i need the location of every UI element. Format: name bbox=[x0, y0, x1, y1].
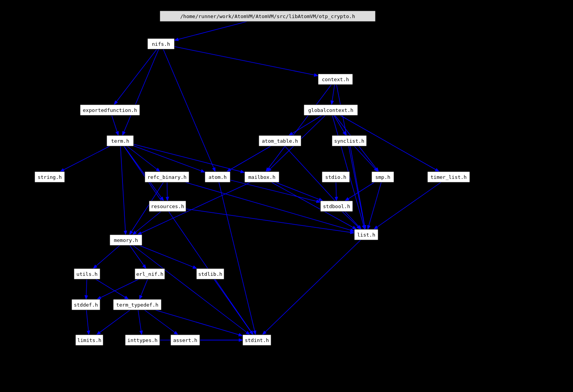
edge-line bbox=[368, 182, 381, 229]
node-assert[interactable]: assert.h bbox=[171, 335, 200, 345]
edge-line bbox=[354, 146, 378, 172]
node-label-atom: atom.h bbox=[209, 174, 227, 180]
node-memory[interactable]: memory.h bbox=[110, 235, 142, 245]
edge-line bbox=[97, 310, 130, 335]
node-stddef[interactable]: stddef.h bbox=[72, 299, 100, 310]
node-label-list: list.h bbox=[357, 232, 375, 238]
node-label-timer_list: timer_list.h bbox=[431, 174, 467, 180]
node-label-erl_nif: erl_nif.h bbox=[136, 271, 163, 277]
node-label-nifs: nifs.h bbox=[152, 41, 170, 47]
node-label-atom_table: atom_table.h bbox=[262, 138, 298, 144]
node-inttypes[interactable]: inttypes.h bbox=[125, 335, 160, 345]
node-nifs[interactable]: nifs.h bbox=[147, 38, 174, 49]
node-stdio[interactable]: stdio.h bbox=[322, 172, 350, 182]
node-label-stdbool: stdbool.h bbox=[323, 204, 350, 209]
edge-line bbox=[133, 245, 250, 335]
edge-line bbox=[227, 146, 271, 172]
node-label-context: context.h bbox=[322, 77, 349, 82]
edge-line bbox=[266, 85, 332, 172]
node-label-utils: utils.h bbox=[77, 271, 98, 277]
node-context[interactable]: context.h bbox=[318, 74, 353, 85]
node-refc_binary[interactable]: refc_binary.h bbox=[145, 172, 189, 182]
node-label-refc_binary: refc_binary.h bbox=[147, 174, 187, 180]
node-list[interactable]: list.h bbox=[354, 229, 378, 240]
node-label-inttypes: inttypes.h bbox=[127, 337, 157, 343]
node-label-limits: limits.h bbox=[77, 337, 102, 343]
node-label-mailbox: mailbox.h bbox=[248, 174, 275, 180]
nodes-group: /home/runner/work/AtomVM/AtomVM/src/libA… bbox=[35, 11, 470, 345]
edge-line bbox=[289, 115, 322, 135]
edge-line bbox=[263, 240, 361, 335]
node-erl_nif[interactable]: erl_nif.h bbox=[135, 269, 165, 279]
edge-line bbox=[374, 182, 441, 229]
edge-line bbox=[230, 180, 320, 202]
edge-line bbox=[60, 146, 109, 172]
node-root[interactable]: /home/runner/work/AtomVM/AtomVM/src/libA… bbox=[160, 11, 375, 22]
edge-line bbox=[93, 245, 120, 269]
node-stdint[interactable]: stdint.h bbox=[243, 335, 271, 345]
edge-line bbox=[214, 279, 253, 335]
edge-line bbox=[334, 115, 346, 135]
node-stdlib[interactable]: stdlib.h bbox=[196, 269, 224, 279]
node-label-memory: memory.h bbox=[114, 237, 138, 243]
node-label-globalcontext: globalcontext.h bbox=[308, 107, 353, 113]
node-label-root: /home/runner/work/AtomVM/AtomVM/src/libA… bbox=[180, 13, 355, 19]
node-resources[interactable]: resources.h bbox=[149, 201, 186, 212]
edge-line bbox=[138, 310, 142, 335]
node-label-string: string.h bbox=[38, 174, 62, 180]
edge-line bbox=[174, 22, 247, 40]
edge-line bbox=[134, 144, 245, 173]
node-string[interactable]: string.h bbox=[35, 172, 65, 182]
node-label-term: term.h bbox=[111, 138, 129, 144]
edge-line bbox=[332, 85, 335, 105]
edge-line bbox=[336, 182, 336, 201]
edge-line bbox=[139, 279, 147, 299]
edge-line bbox=[163, 49, 215, 172]
edge-line bbox=[186, 209, 354, 233]
graph-container: /home/runner/work/AtomVM/AtomVM/src/libA… bbox=[0, 0, 573, 392]
node-label-term_typedef: term_typedef.h bbox=[116, 302, 159, 308]
edge-line bbox=[167, 182, 168, 201]
node-timer_list[interactable]: timer_list.h bbox=[427, 172, 470, 182]
node-limits[interactable]: limits.h bbox=[75, 335, 103, 345]
edge-line bbox=[156, 310, 243, 336]
node-utils[interactable]: utils.h bbox=[74, 269, 100, 279]
node-label-stdint: stdint.h bbox=[245, 337, 269, 343]
edge-line bbox=[174, 47, 318, 76]
node-atom_table[interactable]: atom_table.h bbox=[259, 135, 301, 146]
node-label-stddef: stddef.h bbox=[74, 302, 98, 308]
node-label-stdio: stdio.h bbox=[325, 174, 347, 180]
edge-line bbox=[112, 115, 118, 135]
edge-line bbox=[86, 279, 87, 299]
edge-line bbox=[114, 49, 157, 105]
node-globalcontext[interactable]: globalcontext.h bbox=[304, 105, 358, 115]
edge-line bbox=[122, 49, 159, 135]
node-smp[interactable]: smp.h bbox=[372, 172, 394, 182]
node-term_typedef[interactable]: term_typedef.h bbox=[113, 299, 161, 310]
node-term[interactable]: term.h bbox=[107, 135, 134, 146]
node-label-resources: resources.h bbox=[151, 204, 184, 209]
edge-line bbox=[134, 146, 205, 172]
edge-line bbox=[86, 310, 89, 335]
node-synclist[interactable]: synclist.h bbox=[332, 135, 367, 146]
edge-line bbox=[350, 146, 365, 229]
node-stdbool[interactable]: stdbool.h bbox=[320, 201, 353, 212]
node-label-assert: assert.h bbox=[173, 337, 198, 343]
edge-line bbox=[121, 146, 126, 235]
node-mailbox[interactable]: mailbox.h bbox=[245, 172, 279, 182]
edge-line bbox=[285, 146, 361, 229]
node-label-stdlib: stdlib.h bbox=[198, 271, 223, 277]
node-label-synclist: synclist.h bbox=[334, 138, 364, 144]
edge-line bbox=[144, 310, 178, 335]
edge-line bbox=[96, 279, 129, 299]
dependency-graph: /home/runner/work/AtomVM/AtomVM/src/libA… bbox=[0, 0, 573, 392]
edge-line bbox=[97, 279, 139, 299]
node-exportedfunc[interactable]: exportedfunction.h bbox=[80, 105, 140, 115]
node-label-exportedfunc: exportedfunction.h bbox=[83, 107, 137, 113]
node-label-smp: smp.h bbox=[375, 174, 390, 180]
edge-line bbox=[276, 182, 323, 201]
node-atom[interactable]: atom.h bbox=[205, 172, 230, 182]
